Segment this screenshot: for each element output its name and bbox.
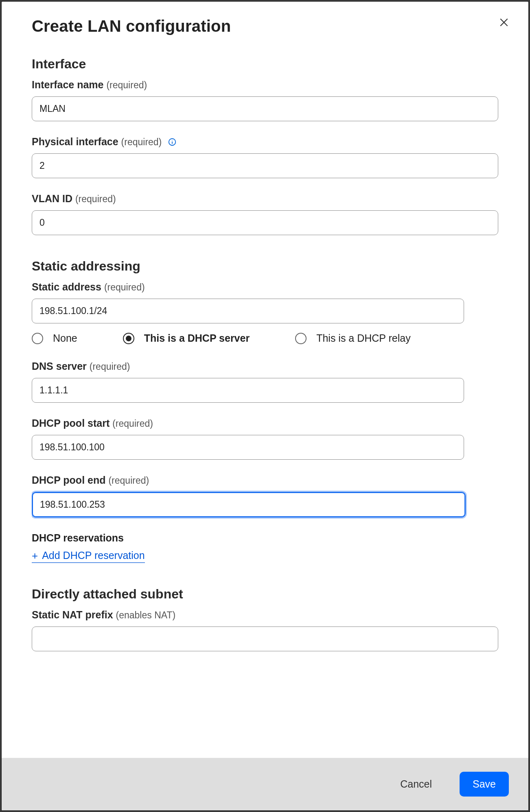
static-address-input[interactable] bbox=[32, 299, 464, 323]
physical-interface-label: Physical interface (required) bbox=[32, 136, 177, 148]
dialog-body-wrap: Interface Interface name (required) Phys… bbox=[2, 39, 528, 758]
vlan-id-hint: (required) bbox=[75, 194, 116, 204]
dhcp-reservations-title: DHCP reservations bbox=[32, 532, 498, 544]
interface-name-input[interactable] bbox=[32, 96, 498, 121]
static-nat-prefix-label-text: Static NAT prefix bbox=[32, 609, 113, 620]
radio-dhcp-server[interactable]: This is a DHCP server bbox=[123, 332, 250, 344]
add-dhcp-reservation-label: Add DHCP reservation bbox=[42, 550, 145, 561]
dhcp-pool-start-hint: (required) bbox=[112, 418, 153, 429]
static-address-label-text: Static address bbox=[32, 281, 101, 292]
dns-server-input[interactable] bbox=[32, 378, 464, 403]
field-dhcp-reservations: DHCP reservations + Add DHCP reservation bbox=[32, 532, 498, 563]
dialog-scroll-area[interactable]: Interface Interface name (required) Phys… bbox=[32, 39, 515, 758]
save-button[interactable]: Save bbox=[460, 772, 509, 797]
dns-server-label: DNS server (required) bbox=[32, 360, 130, 372]
section-interface-title: Interface bbox=[32, 57, 498, 72]
static-address-hint: (required) bbox=[104, 282, 145, 292]
info-icon[interactable] bbox=[168, 138, 177, 146]
dhcp-pool-start-label: DHCP pool start (required) bbox=[32, 417, 153, 429]
radio-icon bbox=[295, 333, 307, 344]
vlan-id-label: VLAN ID (required) bbox=[32, 193, 116, 205]
close-icon bbox=[499, 17, 509, 29]
interface-name-hint: (required) bbox=[106, 80, 147, 90]
modal-backdrop: Create LAN configuration Interface Inter… bbox=[0, 0, 530, 812]
radio-none-label: None bbox=[53, 332, 77, 344]
radio-dhcp-none[interactable]: None bbox=[32, 332, 77, 344]
dialog-header: Create LAN configuration bbox=[2, 2, 528, 39]
interface-name-label-text: Interface name bbox=[32, 79, 103, 90]
plus-icon: + bbox=[32, 550, 38, 561]
radio-dhcp-relay[interactable]: This is a DHCP relay bbox=[295, 332, 411, 344]
section-static-addressing: Static addressing Static address (requir… bbox=[32, 259, 498, 563]
dhcp-pool-start-label-text: DHCP pool start bbox=[32, 417, 110, 429]
dns-server-label-text: DNS server bbox=[32, 360, 87, 372]
field-static-nat-prefix: Static NAT prefix (enables NAT) bbox=[32, 609, 498, 651]
vlan-id-input[interactable] bbox=[32, 210, 498, 235]
dhcp-pool-end-input[interactable] bbox=[32, 492, 466, 517]
dhcp-pool-start-input[interactable] bbox=[32, 435, 464, 460]
static-nat-prefix-label: Static NAT prefix (enables NAT) bbox=[32, 609, 175, 621]
radio-server-label: This is a DHCP server bbox=[144, 332, 250, 344]
add-dhcp-reservation-link[interactable]: + Add DHCP reservation bbox=[32, 550, 145, 563]
static-nat-prefix-hint: (enables NAT) bbox=[116, 610, 176, 620]
physical-interface-hint: (required) bbox=[121, 137, 162, 147]
interface-name-label: Interface name (required) bbox=[32, 79, 147, 91]
create-lan-dialog: Create LAN configuration Interface Inter… bbox=[2, 2, 528, 810]
section-interface: Interface Interface name (required) Phys… bbox=[32, 57, 498, 235]
section-attached-subnet-title: Directly attached subnet bbox=[32, 587, 498, 602]
physical-interface-label-text: Physical interface bbox=[32, 136, 118, 147]
dialog-title: Create LAN configuration bbox=[32, 17, 231, 35]
field-physical-interface: Physical interface (required) bbox=[32, 136, 498, 178]
radio-icon bbox=[32, 333, 43, 344]
field-static-address: Static address (required) bbox=[32, 281, 498, 323]
svg-point-4 bbox=[172, 140, 173, 140]
cancel-button[interactable]: Cancel bbox=[387, 772, 445, 797]
field-vlan-id: VLAN ID (required) bbox=[32, 193, 498, 235]
physical-interface-input[interactable] bbox=[32, 153, 498, 178]
field-dns-server: DNS server (required) bbox=[32, 360, 498, 403]
field-dhcp-pool-start: DHCP pool start (required) bbox=[32, 417, 498, 460]
field-interface-name: Interface name (required) bbox=[32, 79, 498, 121]
section-static-addressing-title: Static addressing bbox=[32, 259, 498, 274]
radio-icon bbox=[123, 333, 134, 344]
close-button[interactable] bbox=[496, 15, 512, 31]
vlan-id-label-text: VLAN ID bbox=[32, 193, 72, 204]
dhcp-pool-end-label: DHCP pool end (required) bbox=[32, 474, 149, 486]
field-dhcp-pool-end: DHCP pool end (required) bbox=[32, 474, 498, 517]
dhcp-pool-end-hint: (required) bbox=[108, 475, 149, 486]
dhcp-pool-end-label-text: DHCP pool end bbox=[32, 474, 105, 486]
dns-server-hint: (required) bbox=[90, 361, 130, 372]
radio-relay-label: This is a DHCP relay bbox=[316, 332, 411, 344]
dialog-footer: Cancel Save bbox=[2, 758, 528, 810]
section-attached-subnet: Directly attached subnet Static NAT pref… bbox=[32, 587, 498, 651]
static-nat-prefix-input[interactable] bbox=[32, 626, 498, 651]
static-address-label: Static address (required) bbox=[32, 281, 145, 293]
dhcp-mode-radio-group: None This is a DHCP server This is a DHC… bbox=[32, 332, 498, 344]
